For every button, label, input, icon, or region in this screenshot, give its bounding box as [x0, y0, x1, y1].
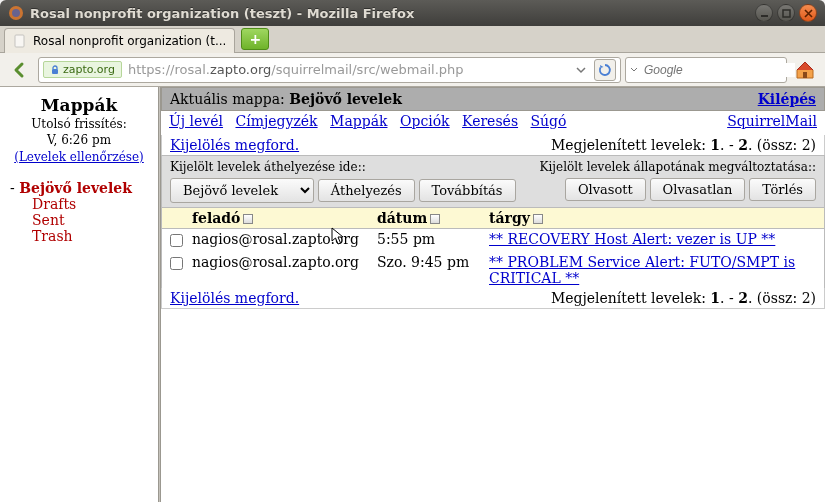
- window-title: Rosal nonprofit organization (teszt) - M…: [30, 6, 751, 21]
- move-button[interactable]: Áthelyezés: [318, 179, 415, 202]
- folder-header: Aktuális mappa: Bejövő levelek Kilépés: [161, 87, 825, 111]
- message-row: nagios@rosal.zapto.org Szo. 9:45 pm ** P…: [161, 252, 825, 288]
- menu-addresses[interactable]: Címjegyzék: [235, 113, 317, 129]
- sort-date-icon[interactable]: [430, 214, 440, 224]
- search-bar[interactable]: [625, 57, 787, 83]
- firefox-icon: [8, 5, 24, 21]
- list-status-bottom: Kijelölés megford. Megjelenített levelek…: [161, 288, 825, 309]
- folder-list: - Bejövő levelek Drafts Sent Trash: [6, 180, 152, 244]
- tab-strip: Rosal nonprofit organization (t... +: [0, 26, 825, 53]
- svg-rect-11: [803, 72, 807, 78]
- move-target-select[interactable]: Bejövő levelek: [170, 178, 314, 203]
- maximize-button[interactable]: [777, 4, 795, 22]
- row-from: nagios@rosal.zapto.org: [192, 254, 377, 286]
- url-bar[interactable]: zapto.org https://rosal.zapto.org/squirr…: [38, 57, 621, 83]
- check-mail-link[interactable]: (Levelek ellenőrzése): [14, 150, 144, 164]
- menu-compose[interactable]: Új levél: [169, 113, 223, 129]
- page-content: Mappák Utolsó frissítés: V, 6:26 pm (Lev…: [0, 87, 825, 502]
- menu-options[interactable]: Opciók: [400, 113, 450, 129]
- read-button[interactable]: Olvasott: [565, 178, 646, 201]
- menu-search[interactable]: Keresés: [462, 113, 518, 129]
- svg-rect-2: [761, 15, 768, 17]
- row-from: nagios@rosal.zapto.org: [192, 231, 377, 250]
- col-from[interactable]: feladó: [192, 210, 240, 226]
- row-subject-link[interactable]: ** PROBLEM Service Alert: FUTO/SMPT is C…: [489, 254, 795, 286]
- chevron-down-icon: [630, 66, 638, 74]
- search-input[interactable]: [644, 63, 795, 77]
- move-label: Kijelölt levelek áthelyezése ide::: [170, 160, 516, 174]
- sidebar-heading: Mappák: [6, 95, 152, 115]
- column-headers: feladó dátum tárgy: [161, 208, 825, 229]
- current-folder-label: Aktuális mappa:: [170, 91, 285, 107]
- forward-button[interactable]: Továbbítás: [419, 179, 516, 202]
- url-text: https://rosal.zapto.org/squirrelmail/src…: [128, 62, 572, 77]
- sort-subject-icon[interactable]: [533, 214, 543, 224]
- identity-badge[interactable]: zapto.org: [43, 61, 122, 78]
- folder-sidebar: Mappák Utolsó frissítés: V, 6:26 pm (Lev…: [0, 87, 158, 502]
- action-bar: Kijelölt levelek áthelyezése ide:: Bejöv…: [161, 155, 825, 208]
- identity-host: zapto.org: [63, 63, 115, 76]
- new-tab-button[interactable]: +: [241, 28, 269, 50]
- row-checkbox[interactable]: [170, 257, 183, 270]
- nav-toolbar: zapto.org https://rosal.zapto.org/squirr…: [0, 53, 825, 87]
- delete-button[interactable]: Törlés: [749, 178, 816, 201]
- sort-from-icon[interactable]: [243, 214, 253, 224]
- logout-link[interactable]: Kilépés: [758, 91, 816, 107]
- dropdown-icon[interactable]: [576, 65, 586, 75]
- viewing-summary: Megjelenített levelek: 1. - 2. (össz: 2): [551, 137, 816, 153]
- reload-button[interactable]: [594, 59, 616, 81]
- toggle-all-link-bottom[interactable]: Kijelölés megford.: [170, 290, 299, 306]
- col-subject[interactable]: tárgy: [489, 210, 530, 226]
- lock-icon: [50, 65, 60, 75]
- menu-help[interactable]: Súgó: [531, 113, 567, 129]
- home-button[interactable]: [791, 57, 819, 83]
- row-date: Szo. 9:45 pm: [377, 254, 489, 286]
- folder-drafts[interactable]: Drafts: [10, 196, 152, 212]
- close-button[interactable]: [799, 4, 817, 22]
- current-folder-value: Bejövő levelek: [289, 91, 402, 107]
- browser-tab-active[interactable]: Rosal nonprofit organization (t...: [4, 28, 235, 53]
- last-refresh-label: Utolsó frissítés:: [6, 117, 152, 133]
- brand-link[interactable]: SquirrelMail: [727, 113, 817, 129]
- last-refresh-value: V, 6:26 pm: [6, 133, 152, 149]
- window-titlebar: Rosal nonprofit organization (teszt) - M…: [0, 0, 825, 26]
- toggle-all-link[interactable]: Kijelölés megford.: [170, 137, 299, 153]
- back-button[interactable]: [6, 57, 34, 83]
- row-checkbox[interactable]: [170, 234, 183, 247]
- list-status-top: Kijelölés megford. Megjelenített levelek…: [161, 135, 825, 155]
- row-date: 5:55 pm: [377, 231, 489, 250]
- flag-label: Kijelölt levelek állapotának megváltozta…: [540, 160, 817, 174]
- tab-title: Rosal nonprofit organization (t...: [33, 34, 226, 48]
- svg-point-1: [12, 9, 20, 17]
- svg-rect-4: [15, 35, 24, 47]
- page-icon: [13, 34, 27, 48]
- row-subject-link[interactable]: ** RECOVERY Host Alert: vezer is UP **: [489, 231, 775, 247]
- folder-sent[interactable]: Sent: [10, 212, 152, 228]
- message-pane: Aktuális mappa: Bejövő levelek Kilépés Ú…: [161, 87, 825, 502]
- message-row: nagios@rosal.zapto.org 5:55 pm ** RECOVE…: [161, 229, 825, 252]
- main-menu: Új levél Címjegyzék Mappák Opciók Keresé…: [161, 111, 825, 135]
- unread-button[interactable]: Olvasatlan: [650, 178, 746, 201]
- folder-inbox[interactable]: Bejövő levelek: [19, 180, 132, 196]
- col-date[interactable]: dátum: [377, 210, 427, 226]
- menu-folders[interactable]: Mappák: [330, 113, 387, 129]
- minimize-button[interactable]: [755, 4, 773, 22]
- svg-rect-3: [783, 10, 790, 17]
- folder-trash[interactable]: Trash: [10, 228, 152, 244]
- viewing-summary-bottom: Megjelenített levelek: 1. - 2. (össz: 2): [551, 290, 816, 306]
- svg-rect-5: [52, 69, 58, 74]
